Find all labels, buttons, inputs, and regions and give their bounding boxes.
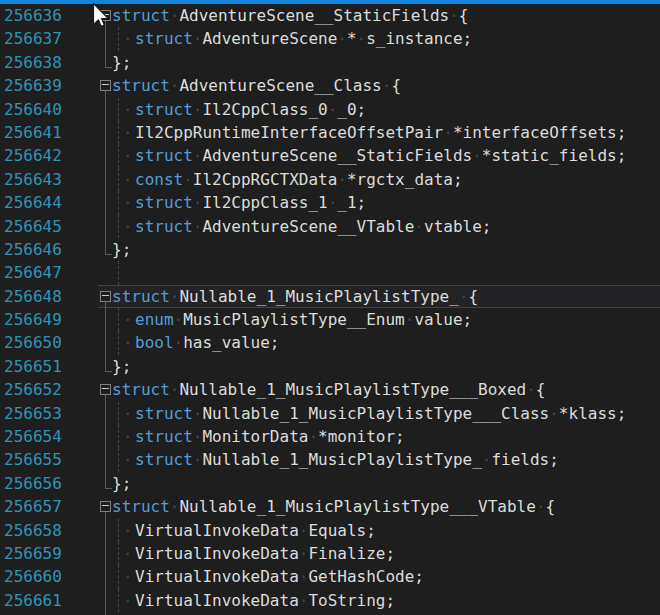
fold-scope-line <box>105 27 106 50</box>
identifier-token: *interfaceOffsets; <box>453 123 626 142</box>
identifier-token: Il2CppClass_0 <box>202 100 327 119</box>
fold-collapse-icon[interactable] <box>100 291 111 302</box>
code-line: 256647 <box>0 261 660 284</box>
fold-margin <box>100 215 112 238</box>
code-line: 256659VirtualInvokeData·Finalize; <box>0 542 660 565</box>
keyword-token: struct <box>112 287 170 306</box>
code-text[interactable]: struct·AdventureScene__StaticFields·*sta… <box>112 144 660 167</box>
code-line: 256649enum·MusicPlaylistType__Enum·value… <box>0 308 660 331</box>
identifier-token: { <box>391 76 401 95</box>
code-text[interactable]: }; <box>112 472 660 495</box>
code-text[interactable] <box>112 261 660 284</box>
code-text[interactable]: struct·Nullable_1_MusicPlaylistType___Bo… <box>112 378 660 401</box>
code-text[interactable]: }; <box>112 238 660 261</box>
code-line: 256657struct·Nullable_1_MusicPlaylistTyp… <box>0 495 660 518</box>
code-text[interactable]: struct·Nullable_1_MusicPlaylistType_·{ <box>112 285 660 308</box>
keyword-token: bool <box>135 333 174 352</box>
fold-margin <box>100 238 112 261</box>
whitespace-dot: · <box>174 310 184 329</box>
code-text[interactable]: struct·AdventureScene·*·s_instance; <box>112 27 660 50</box>
code-line: 256636struct·AdventureScene__StaticField… <box>0 4 660 27</box>
whitespace-dot: · <box>357 29 367 48</box>
code-text[interactable]: Il2CppRuntimeInterfaceOffsetPair·*interf… <box>112 121 660 144</box>
keyword-token: struct <box>112 76 170 95</box>
code-text[interactable]: struct·Il2CppClass_0·_0; <box>112 98 660 121</box>
code-text[interactable]: struct·AdventureScene__StaticFields·{ <box>112 4 660 27</box>
code-line: 256658VirtualInvokeData·Equals; <box>0 519 660 542</box>
fold-margin <box>100 51 112 74</box>
fold-collapse-icon[interactable] <box>100 501 111 512</box>
line-number: 256637 <box>0 27 100 50</box>
fold-margin <box>100 331 112 354</box>
whitespace-dot: · <box>299 567 309 586</box>
whitespace-dot: · <box>549 404 559 423</box>
keyword-token: struct <box>112 380 170 399</box>
code-text[interactable]: struct·MonitorData·*monitor; <box>112 425 660 448</box>
code-text[interactable]: struct·Nullable_1_MusicPlaylistType___Cl… <box>112 402 660 425</box>
line-number: 256661 <box>0 589 100 612</box>
fold-margin <box>100 121 112 144</box>
code-line: 256643const·Il2CppRGCTXData·*rgctx_data; <box>0 168 660 191</box>
indent-tab <box>112 98 135 121</box>
whitespace-dot: · <box>170 380 180 399</box>
line-number: 256648 <box>0 285 100 308</box>
whitespace-dot: · <box>328 100 338 119</box>
line-number: 256644 <box>0 191 100 214</box>
whitespace-dot: · <box>299 521 309 540</box>
fold-collapse-icon[interactable] <box>100 384 111 395</box>
code-text[interactable]: VirtualInvokeData·Equals; <box>112 519 660 542</box>
identifier-token: Nullable_1_MusicPlaylistType_ <box>179 287 458 306</box>
fold-scope-line <box>105 425 106 448</box>
identifier-token: Finalize; <box>308 544 395 563</box>
code-text[interactable]: VirtualInvokeData·GetHashCode; <box>112 565 660 588</box>
indent-tab <box>112 168 135 191</box>
code-text[interactable]: VirtualInvokeData·ToString; <box>112 589 660 612</box>
line-number: 256640 <box>0 98 100 121</box>
line-number: 256657 <box>0 495 100 518</box>
identifier-token: { <box>459 6 469 25</box>
line-number: 256641 <box>0 121 100 144</box>
keyword-token: struct <box>135 427 193 446</box>
code-line: 256642struct·AdventureScene__StaticField… <box>0 144 660 167</box>
identifier-token: GetHashCode; <box>308 567 424 586</box>
indent-tab <box>112 215 135 238</box>
fold-margin <box>100 355 112 378</box>
keyword-token: enum <box>135 310 174 329</box>
identifier-token: }; <box>112 240 131 259</box>
whitespace-dot: · <box>299 591 309 610</box>
fold-collapse-icon[interactable] <box>100 80 111 91</box>
identifier-token: MonitorData <box>202 427 308 446</box>
fold-scope-corner <box>105 51 106 68</box>
whitespace-dot: · <box>337 170 347 189</box>
code-text[interactable]: VirtualInvokeData·Finalize; <box>112 542 660 565</box>
identifier-token: AdventureScene__StaticFields <box>179 6 449 25</box>
identifier-token: { <box>468 287 478 306</box>
fold-margin <box>100 261 112 284</box>
code-text[interactable]: struct·AdventureScene__Class·{ <box>112 74 660 97</box>
code-text[interactable]: }; <box>112 51 660 74</box>
identifier-token: Il2CppClass_1 <box>202 193 327 212</box>
fold-scope-line <box>105 98 106 121</box>
code-text[interactable]: struct·Il2CppClass_1·_1; <box>112 191 660 214</box>
code-text[interactable]: }; <box>112 355 660 378</box>
code-text[interactable]: const·Il2CppRGCTXData·*rgctx_data; <box>112 168 660 191</box>
fold-margin <box>100 495 112 518</box>
identifier-token: _0; <box>337 100 366 119</box>
identifier-token: VirtualInvokeData <box>135 567 299 586</box>
code-text[interactable]: enum·MusicPlaylistType__Enum·value; <box>112 308 660 331</box>
indent-tab <box>112 191 135 214</box>
keyword-token: struct <box>135 100 193 119</box>
whitespace-dot: · <box>414 217 424 236</box>
code-line: 256644struct·Il2CppClass_1·_1; <box>0 191 660 214</box>
identifier-token: Nullable_1_MusicPlaylistType___Class <box>202 404 549 423</box>
code-text[interactable]: struct·Nullable_1_MusicPlaylistType_·fie… <box>112 448 660 471</box>
code-text[interactable]: struct·AdventureScene__VTable·vtable; <box>112 215 660 238</box>
identifier-token: ToString; <box>308 591 395 610</box>
code-text[interactable]: struct·Nullable_1_MusicPlaylistType___VT… <box>112 495 660 518</box>
code-text[interactable]: bool·has_value; <box>112 331 660 354</box>
fold-collapse-icon[interactable] <box>100 10 111 21</box>
keyword-token: struct <box>112 6 170 25</box>
keyword-token: struct <box>112 497 170 516</box>
fold-scope-line <box>105 519 106 542</box>
whitespace-dot: · <box>193 100 203 119</box>
